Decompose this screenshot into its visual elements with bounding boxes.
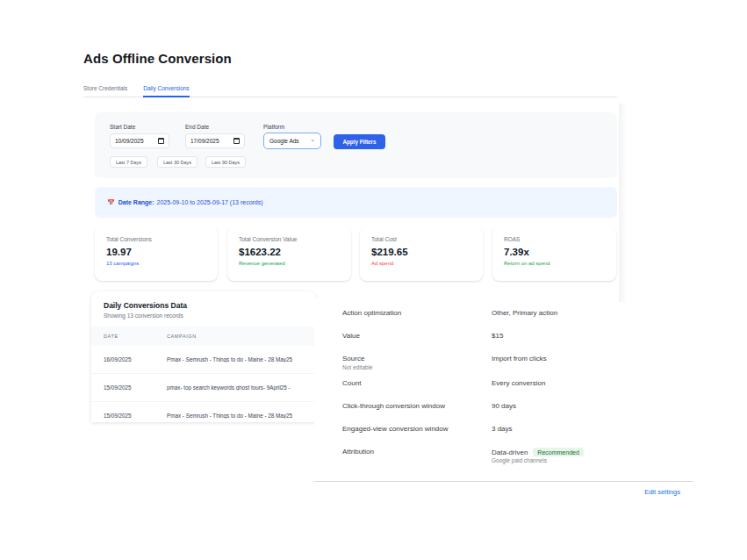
stat-value: 7.39x (504, 247, 607, 257)
setting-value: Other, Primary action (492, 309, 557, 317)
daily-conversions-table-card: Daily Conversions Data Showing 13 conver… (91, 291, 316, 422)
platform-selected-value: Google Ads (269, 138, 299, 144)
quick-range-last-90-days-button[interactable]: Last 90 Days (205, 156, 246, 168)
setting-label: Attribution (342, 448, 492, 456)
setting-value: $15 (492, 332, 503, 340)
attribution-model: Data-driven (492, 449, 528, 456)
stat-sub: Return on ad spend (504, 261, 607, 266)
stat-label: Total Conversions (106, 236, 209, 242)
date-range-label: Date Range: (119, 199, 154, 205)
setting-label: Engaged-view conversion window (342, 425, 492, 433)
cell-campaign: Pmax - Semrush - Things to do - Maine - … (167, 413, 316, 419)
setting-sublabel: Not editable (342, 364, 373, 370)
setting-subvalue: Google paid channels (492, 457, 547, 463)
table-title: Daily Conversions Data (104, 301, 304, 310)
settings-divider (314, 481, 693, 482)
setting-value: Every conversion (492, 379, 545, 387)
column-header-campaign: CAMPAIGN (167, 334, 316, 339)
page-title: Ads Offline Conversion (83, 51, 232, 66)
date-range-banner: 📅 Date Range: 2025-09-10 to 2025-09-17 (… (95, 187, 617, 218)
stat-card-roas: ROAS 7.39x Return on ad spend (492, 226, 616, 281)
end-date-label: End Date (185, 124, 209, 130)
platform-label: Platform (263, 124, 284, 130)
start-date-label: Start Date (110, 124, 135, 130)
apply-filters-button[interactable]: Apply Filters (334, 134, 385, 149)
start-date-value[interactable] (115, 138, 154, 144)
end-date-value[interactable] (190, 138, 229, 144)
calendar-emoji-icon: 📅 (107, 199, 115, 206)
stat-value: 19.97 (106, 247, 209, 257)
setting-label: Count (342, 379, 492, 387)
setting-value: 3 days (492, 425, 513, 433)
cell-date: 15/09/2025 (91, 384, 167, 391)
start-date-input[interactable] (110, 133, 169, 148)
table-row: 16/09/2025 Pmax - Semrush - Things to do… (91, 346, 316, 374)
stat-label: ROAS (504, 236, 607, 242)
stat-card-total-conversion-value: Total Conversion Value $1623.22 Revenue … (227, 226, 351, 281)
cell-date: 16/09/2025 (91, 356, 167, 363)
tab-daily-conversions[interactable]: Daily Conversions (143, 85, 189, 97)
stat-label: Total Conversion Value (239, 236, 342, 242)
stat-sub: 13 campaigns (106, 261, 209, 266)
calendar-icon[interactable] (158, 138, 164, 144)
cell-campaign: pmax- top search keywords ghost tours- 9… (167, 384, 316, 391)
stat-card-total-conversions: Total Conversions 19.97 13 campaigns (95, 226, 218, 281)
stat-label: Total Cost (371, 236, 474, 242)
filters-panel: Start Date End Date Platform Google Ads … (95, 112, 617, 178)
content-column-edge-shadow (619, 104, 627, 302)
cell-date: 15/09/2025 (91, 413, 167, 419)
column-header-date: DATE (91, 334, 167, 339)
table-header-block: Daily Conversions Data Showing 13 conver… (91, 291, 316, 327)
chevron-down-icon: ⌄ (310, 138, 315, 141)
table-column-headers: DATE CAMPAIGN (91, 327, 316, 346)
stat-value: $219.65 (371, 247, 474, 257)
stat-sub: Ad spend (371, 261, 474, 266)
cell-campaign: Pmax - Semrush - Things to do - Maine - … (167, 356, 316, 363)
calendar-icon[interactable] (233, 138, 240, 144)
stat-card-total-cost: Total Cost $219.65 Ad spend (360, 226, 483, 281)
stat-value: $1623.22 (239, 247, 342, 257)
tab-bar: Store Credentials Daily Conversions (83, 79, 617, 97)
tab-store-credentials[interactable]: Store Credentials (83, 85, 127, 97)
stat-sub: Revenue generated (239, 261, 342, 266)
recommended-badge: Recommended (533, 448, 583, 456)
setting-label: Action optimization (342, 309, 492, 317)
date-range-value: 2025-09-10 to 2025-09-17 (13 records) (157, 199, 263, 205)
edit-settings-link[interactable]: Edit settings (614, 488, 680, 496)
end-date-input[interactable] (185, 133, 245, 148)
setting-label: Value (342, 332, 492, 340)
table-row: 15/09/2025 pmax- top search keywords gho… (91, 374, 316, 402)
setting-label: Source (342, 355, 492, 363)
table-subtitle: Showing 13 conversion records (104, 312, 304, 319)
conversion-settings-panel: Action optimization Other, Primary actio… (314, 298, 696, 486)
setting-value: 90 days (492, 402, 516, 410)
setting-value: Data-drivenRecommended (492, 448, 584, 456)
platform-select[interactable]: Google Ads ⌄ (263, 133, 321, 149)
setting-value: Import from clicks (492, 355, 547, 363)
setting-label: Click-through conversion window (342, 402, 492, 410)
quick-range-last-30-days-button[interactable]: Last 30 Days (157, 156, 198, 168)
table-row: 15/09/2025 Pmax - Semrush - Things to do… (91, 402, 316, 422)
quick-range-last-7-days-button[interactable]: Last 7 Days (110, 156, 147, 168)
ads-offline-conversion-page: Ads Offline Conversion Store Credentials… (0, 0, 747, 560)
